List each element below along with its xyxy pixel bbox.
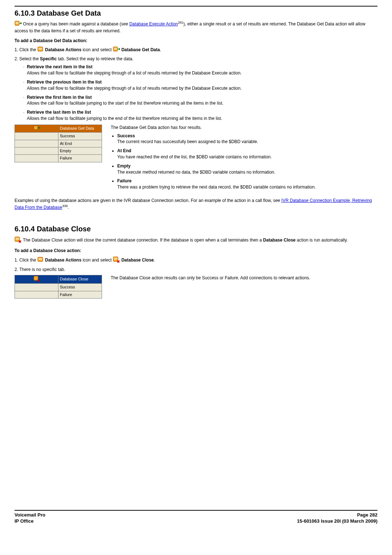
results-intro: The Database Get Data action has four re… xyxy=(111,125,377,131)
ex-b: . xyxy=(68,205,69,210)
rt1: At End xyxy=(117,148,377,154)
section-title-1: 6.10.3 Database Get Data xyxy=(15,8,377,18)
bb3: Allows the call flow to facilitate jumpi… xyxy=(27,116,222,121)
s2s1b: Database Actions xyxy=(45,258,81,263)
bullet-prev: ·Retrieve the previous item in the listA… xyxy=(23,79,377,92)
section-title-2: 6.10.4 Database Close xyxy=(15,224,377,234)
s2-intro-a: The Database Close action will close the… xyxy=(22,237,263,242)
intro-paragraph-1: Once a query has been made against a dat… xyxy=(15,20,377,34)
rb2: The execute method returned no data, the… xyxy=(117,170,275,175)
table-row: Failure xyxy=(58,155,102,162)
table-row: Empty xyxy=(58,147,102,154)
db-get-data-icon xyxy=(15,20,22,28)
svg-rect-1 xyxy=(16,22,19,23)
step2b: Specific xyxy=(40,56,57,61)
bullet-last: ·Retrieve the last item in the listAllow… xyxy=(23,109,377,122)
step1e: . xyxy=(160,47,161,52)
get-data-results-table: Database Get Data Success At End Empty F… xyxy=(15,125,102,162)
bt3: Retrieve the last item in the list xyxy=(27,110,91,115)
rt2: Empty xyxy=(117,163,377,169)
db-close-icon-2 xyxy=(113,256,120,264)
step-1-2: 2. Select the Specific tab. Select the w… xyxy=(15,56,377,62)
db-actions-icon-2 xyxy=(37,256,44,264)
intro-text-a: Once a query has been made against a dat… xyxy=(22,21,129,27)
footer-left-2: IP Office xyxy=(15,518,45,524)
page-footer: Voicemail Pro IP Office Page 282 15-6010… xyxy=(15,510,377,524)
ex-a: Examples of using the database actions a… xyxy=(15,198,281,203)
result-success: SuccessThe current record has successful… xyxy=(117,133,377,145)
svg-rect-2 xyxy=(16,23,19,24)
close-results-text: The Database Close action results can on… xyxy=(111,275,377,281)
svg-rect-7 xyxy=(114,48,117,49)
table-row: Success xyxy=(58,284,102,291)
db-close-icon xyxy=(15,236,22,244)
table-row: Failure xyxy=(58,291,102,298)
sup-338: 338 xyxy=(62,204,68,208)
close-results-table: Database Close Success Failure xyxy=(15,275,102,299)
table-icon-cell-close xyxy=(15,275,58,283)
svg-rect-12 xyxy=(16,239,19,240)
step-2-2: 2. There is no specific tab. xyxy=(15,267,377,273)
step2a: 2. Select the xyxy=(15,56,40,61)
svg-rect-17 xyxy=(114,258,117,259)
svg-rect-18 xyxy=(114,259,117,260)
bt0: Retrieve the next item in the list xyxy=(27,64,93,69)
s2s1e: . xyxy=(154,258,155,263)
step-2-1: 1. Click the Database Actions icon and s… xyxy=(15,256,377,264)
bt1: Retrieve the previous item in the list xyxy=(27,80,102,85)
s2s1d: Database Close xyxy=(121,258,154,263)
bt2: Retrieve the first item in the list xyxy=(27,95,92,100)
db-actions-icon xyxy=(37,46,44,54)
footer-right-2: 15-601063 Issue 20l (03 March 2009) xyxy=(297,518,377,524)
result-atend: At EndYou have reached the end of the li… xyxy=(117,148,377,160)
sup-281: 281 xyxy=(178,21,183,24)
step-1-1: 1. Click the Database Actions icon and s… xyxy=(15,46,377,54)
step1a: 1. Click the xyxy=(15,47,37,52)
s2s1c: icon and select xyxy=(83,258,113,263)
s2s1a: 1. Click the xyxy=(15,258,37,263)
rt0: Success xyxy=(117,133,377,139)
step1c: icon and select xyxy=(83,47,113,52)
svg-rect-11 xyxy=(16,238,19,239)
svg-rect-4 xyxy=(38,48,42,49)
step1b: Database Actions xyxy=(45,47,81,52)
svg-rect-5 xyxy=(38,49,42,50)
result-empty: EmptyThe execute method returned no data… xyxy=(117,163,377,175)
table-header-close: Database Close xyxy=(58,275,102,283)
bullet-first: ·Retrieve the first item in the listAllo… xyxy=(23,94,377,107)
bb1: Allows the call flow to facilitate the s… xyxy=(27,86,242,91)
s2-intro-b: Database Close xyxy=(263,237,295,242)
table-header-get: Database Get Data xyxy=(58,125,102,132)
add-heading-1: To add a Database Get Data action: xyxy=(15,38,377,44)
bb2: Allows the call flow to facilitate jumpi… xyxy=(27,101,224,106)
table-row: Success xyxy=(58,133,102,140)
bullet-next: ·Retrieve the next item in the listAllow… xyxy=(23,64,377,76)
svg-rect-14 xyxy=(38,258,42,259)
rb1: You have reached the end of the list, th… xyxy=(117,154,272,159)
step1d: Database Get Data xyxy=(121,47,160,52)
footer-right-1: Page 282 xyxy=(297,512,377,518)
step2c: tab. Select the way to retrieve the data… xyxy=(57,56,133,61)
intro-paragraph-2: The Database Close action will close the… xyxy=(15,236,377,244)
table-icon-cell xyxy=(15,125,58,132)
table-row: At End xyxy=(58,140,102,147)
footer-left-1: Voicemail Pro xyxy=(15,512,45,518)
result-failure: FailureThere was a problem trying to ret… xyxy=(117,178,377,190)
retrieve-options: ·Retrieve the next item in the listAllow… xyxy=(23,64,377,121)
link-db-execute[interactable]: Database Execute Action xyxy=(129,21,178,27)
svg-rect-8 xyxy=(114,49,117,50)
rt3: Failure xyxy=(117,178,377,184)
rb0: The current record has successfully been… xyxy=(117,139,258,144)
db-get-data-icon-2 xyxy=(113,46,120,54)
svg-rect-15 xyxy=(38,259,42,260)
rb3: There was a problem trying to retrieve t… xyxy=(117,185,316,190)
examples-para: Examples of using the database actions a… xyxy=(15,198,377,211)
add-heading-2: To add a Database Close action: xyxy=(15,248,377,254)
svg-rect-9 xyxy=(34,126,38,130)
s2-intro-c: action is run automatically. xyxy=(295,237,348,242)
bb0: Allows the call flow to facilitate the s… xyxy=(27,70,242,76)
